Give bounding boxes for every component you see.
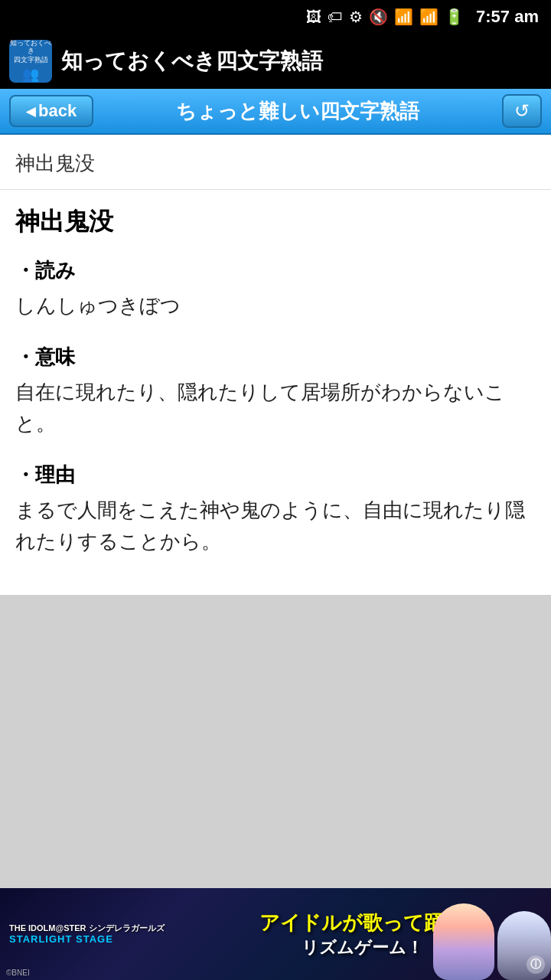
char-silhouette-1	[433, 903, 494, 980]
app-icon: 知っておくべき 四文字熟語 👥	[9, 40, 52, 83]
reading-label: 読み	[15, 257, 536, 284]
meaning-section: 意味 自在に現れたり、隠れたりして居場所がわからないこと。	[15, 344, 536, 440]
status-icons: 🖼 🏷 ⚙ 🔇 📶 📶 🔋 7:57 am	[306, 7, 539, 27]
word-title: 神出鬼没	[15, 205, 536, 239]
content-and-gray: 神出鬼没 読み しんしゅつきぼつ 意味 自在に現れたり、隠れたりして居場所がわか…	[0, 190, 551, 888]
status-bar: 🖼 🏷 ⚙ 🔇 📶 📶 🔋 7:57 am	[0, 0, 551, 34]
refresh-button[interactable]: ↺	[502, 94, 542, 128]
reason-body: まるで人間をこえた神や鬼のように、自由に現れたり隠れたりすることから。	[15, 495, 536, 558]
page-wrapper: 🖼 🏷 ⚙ 🔇 📶 📶 🔋 7:57 am 知っておくべき 四文字熟語 👥 知っ…	[0, 0, 551, 980]
app-icon-text-line1: 知っておくべき	[9, 40, 52, 55]
screenshot-icon: 🖼	[306, 8, 321, 26]
mute-icon: 🔇	[369, 8, 388, 26]
refresh-icon: ↺	[514, 100, 530, 122]
usb-icon: ⚙	[349, 8, 363, 26]
tag-icon: 🏷	[328, 8, 343, 26]
meaning-body: 自在に現れたり、隠れたりして居場所がわからないこと。	[15, 377, 536, 440]
main-content: 神出鬼没 読み しんしゅつきぼつ 意味 自在に現れたり、隠れたりして居場所がわか…	[0, 190, 551, 595]
ad-info-icon[interactable]: ⓘ	[527, 956, 545, 974]
app-icon-text-line2: 四文字熟語	[14, 57, 48, 64]
word-header-text: 神出鬼没	[15, 152, 95, 175]
ad-copyright: ©BNEI	[6, 969, 30, 977]
status-time: 7:57 am	[476, 7, 539, 27]
app-icon-people: 👥	[22, 66, 39, 83]
battery-icon: 🔋	[445, 8, 464, 26]
signal-icon: 📶	[419, 8, 439, 26]
nav-title: ちょっと難しい四文字熟語	[93, 98, 502, 125]
reading-body: しんしゅつきぼつ	[15, 290, 536, 322]
reading-section: 読み しんしゅつきぼつ	[15, 257, 536, 322]
word-header: 神出鬼没	[0, 135, 551, 190]
ad-game-title-line1: THE IDOLM@STER シンデレラガールズ	[9, 923, 165, 933]
meaning-label: 意味	[15, 344, 536, 371]
reason-label: 理由	[15, 462, 536, 488]
nav-bar: back ちょっと難しい四文字熟語 ↺	[0, 89, 551, 135]
wifi-icon: 📶	[394, 8, 413, 26]
back-button[interactable]: back	[9, 95, 93, 127]
reason-section: 理由 まるで人間をこえた神や鬼のように、自由に現れたり隠れたりすることから。	[15, 462, 536, 558]
ad-banner[interactable]: THE IDOLM@STER シンデレラガールズ STARLIGHT STAGE…	[0, 888, 551, 980]
ad-left: THE IDOLM@STER シンデレラガールズ STARLIGHT STAGE	[0, 917, 174, 951]
gray-area	[0, 595, 551, 888]
app-header: 知っておくべき 四文字熟語 👥 知っておくべき四文字熟語	[0, 34, 551, 89]
ad-game-subtitle: STARLIGHT STAGE	[9, 933, 165, 945]
app-title: 知っておくべき四文字熟語	[61, 47, 323, 76]
